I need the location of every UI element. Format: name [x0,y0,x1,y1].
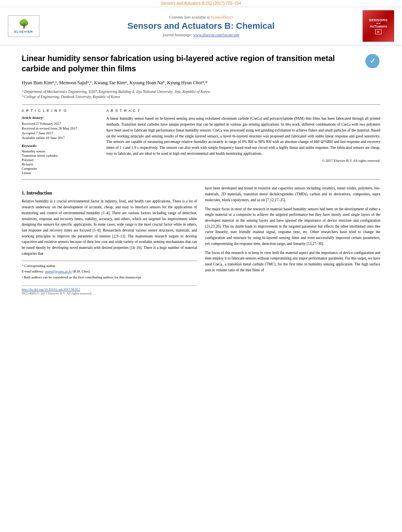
affiliations: ᵃ Department of Mechatronics Engineering… [22,89,380,100]
crossmark-icon: ✓ CrossMark [365,53,380,69]
sciencedirect-link-line: Contents lists available at ScienceDirec… [47,15,355,19]
b-logo-box: B [375,29,382,34]
authors-text: Hyun Bum Kimᵃ,¹, Memoon Sajidᵃ,¹, Kwang … [22,80,208,85]
elsevier-label: ELSEVIER [14,30,33,33]
sensors-logo-text: SENSORS [369,18,388,22]
page-footer: http://dx.doi.org/10.1016/j.snb.2017.06.… [22,285,197,295]
page-wrapper: Sensors and Actuators B 252 (2017) 725–7… [0,0,402,532]
elsevier-logo-box: 🌳 ELSEVIER [8,15,39,37]
doi-line: http://dx.doi.org/10.1016/j.snb.2017.06.… [22,287,197,291]
elsevier-logo: 🌳 ELSEVIER [8,15,39,37]
article-info-label: A R T I C L E I N F O [22,109,99,113]
abstract-column: A B S T R A C T A linear humidity sensor… [106,109,380,175]
intro-paragraph-left: Relative humidity is a crucial environme… [22,198,197,256]
email-footnote: E-mail address: amm@jejunu.ac.kr (K.H. C… [22,269,197,274]
accepted-date: Accepted 7 June 2017 [22,131,99,135]
issn-line: 0925-4005/© 2017 Elsevier B.V. All right… [22,291,197,295]
journal-citation-bar: Sensors and Actuators B 252 (2017) 725–7… [0,0,402,7]
affiliation-a: ᵃ Department of Mechatronics Engineering… [22,89,380,95]
sciencedirect-link[interactable]: ScienceDirect [210,15,233,19]
abstract-label: A B S T R A C T [106,109,380,113]
article-title: Linear humidity sensor fabrication using… [22,53,365,74]
footnote1: ¹ Both authors can be considered as the … [22,275,197,280]
intro-paragraph-right-1: have been developed and tested in resist… [205,185,380,203]
body-left-column: 1. Introduction Relative humidity is a c… [22,185,197,295]
corresponding-label: * Corresponding author. [22,264,56,268]
contents-available-label: Contents lists available at [169,15,209,19]
svg-text:CrossMark: CrossMark [368,66,378,68]
intro-paragraph-right-2: The major focus in most of the research … [205,206,380,247]
keyword-2: Transition metal carbides [22,154,99,158]
article-info-column: A R T I C L E I N F O Article history: R… [22,109,99,175]
actuators-logo-text: AcTuators [370,24,387,28]
doi-url[interactable]: http://dx.doi.org/10.1016/j.snb.2017.06.… [22,287,80,291]
article-title-section: Linear humidity sensor fabrication using… [22,53,380,74]
journal-header: 🌳 ELSEVIER Contents lists available at S… [0,7,402,45]
intro-paragraph-right-3: The focus of this research is to keep in… [205,250,380,273]
svg-text:✓: ✓ [370,57,376,65]
article-info: Article history: Received 27 February 20… [22,116,99,175]
journal-citation: Sensors and Actuators B 252 (2017) 725–7… [161,1,241,6]
keyword-3: Polymer [22,158,99,162]
copyright-line: © 2017 Elsevier B.V. All rights reserved… [106,159,380,163]
elsevier-tree-icon: 🌳 [19,19,29,29]
available-date: Available online 10 June 2017 [22,136,99,140]
affiliation-b: ᵇ College of Engineering, Dankook Univer… [22,95,380,100]
journal-center: Contents lists available at ScienceDirec… [39,15,363,37]
received-date: Received 27 February 2017 [22,122,99,126]
sensors-actuators-logo: SENSORS and AcTuators B [363,10,394,42]
journal-title: Sensors and Actuators B: Chemical [47,21,355,31]
keyword-1: Humidity sensor [22,149,99,153]
homepage-url[interactable]: www.elsevier.com/locate/snb [193,33,239,37]
homepage-label: journal homepage: [163,33,192,37]
footnotes: * Corresponding author. E-mail address: … [22,261,197,280]
keyword-6: Linear [22,171,99,175]
abstract-text: A linear humidity sensor based on bi-lay… [106,116,380,156]
revised-date: Received in revised form 26 May 2017 [22,126,99,130]
article-history-label: Article history: [22,116,99,120]
section1-heading: 1. Introduction [22,190,197,196]
keyword-4: Bi-layer [22,162,99,166]
corresponding-author-note: * Corresponding author. [22,263,197,269]
email-address[interactable]: amm@jejunu.ac.kr [45,269,72,273]
authors: Hyun Bum Kimᵃ,¹, Memoon Sajidᵃ,¹, Kwang … [22,80,380,86]
article-info-abstract-section: A R T I C L E I N F O Article history: R… [22,104,380,180]
keywords-label: Keywords: [22,144,99,148]
keyword-5: Composite [22,167,99,171]
body-right-column: have been developed and tested in resist… [205,185,380,295]
journal-homepage-line: journal homepage: www.elsevier.com/locat… [47,33,355,37]
main-body: 1. Introduction Relative humidity is a c… [22,185,380,295]
email-suffix: (K.H. Choi). [73,269,91,273]
keywords-section: Keywords: Humidity sensor Transition met… [22,144,99,175]
email-label: E-mail address: [22,269,44,273]
article-content: Linear humidity sensor fabrication using… [0,45,402,303]
